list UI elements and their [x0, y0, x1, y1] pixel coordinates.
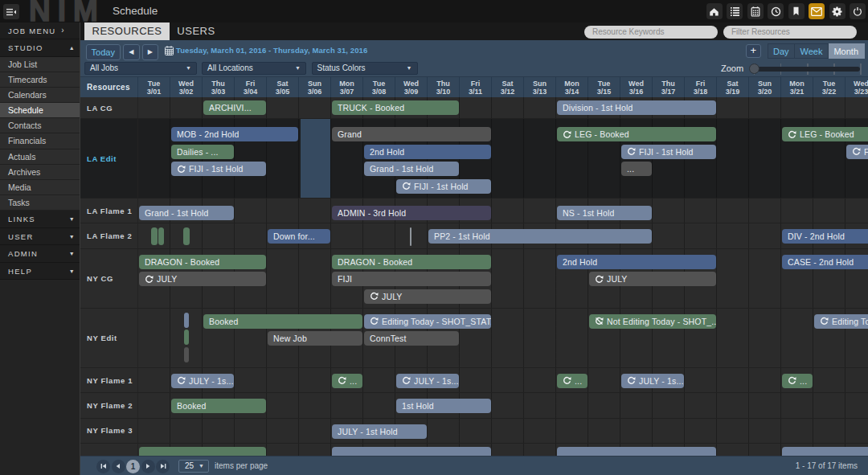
next-page-button[interactable] — [141, 460, 155, 473]
schedule-event[interactable]: Division - 1st Hold — [557, 100, 716, 115]
sidebar-item-archives[interactable]: Archives — [0, 165, 80, 180]
schedule-event[interactable]: Booked — [171, 399, 266, 413]
schedule-event[interactable]: Dailies - ... — [171, 145, 234, 159]
clock-button[interactable] — [768, 3, 784, 19]
schedule-event[interactable]: Booked — [203, 314, 362, 329]
schedule-event[interactable]: DRAGON - Booked — [332, 255, 491, 269]
schedule-event[interactable]: ADMIN - 3rd Hold — [332, 206, 491, 220]
resource-row-cells[interactable] — [138, 444, 868, 456]
schedule-event[interactable]: JULY - 1st Hold — [332, 424, 427, 439]
zoom-slider-thumb[interactable] — [749, 63, 760, 74]
tab-users[interactable]: USERS — [170, 23, 223, 40]
bookmark-button[interactable] — [788, 3, 805, 19]
schedule-event[interactable]: MOB - 2nd Hold — [171, 127, 298, 141]
schedule-event[interactable]: FIJI - 1st Hold — [396, 179, 491, 194]
schedule-event[interactable]: Grand - 1st Hold — [139, 206, 234, 220]
resource-row-cells[interactable]: JULY - 1st Hold — [138, 419, 868, 444]
schedule-event[interactable]: FIJI - 1st Hold — [846, 145, 868, 159]
sidebar-section-studio[interactable]: STUDIO▲ — [0, 39, 80, 57]
sidebar-item-contacts[interactable]: Contacts — [0, 118, 80, 133]
schedule-event[interactable]: Editing Today - SHOT_STAT... — [364, 314, 491, 329]
schedule-event[interactable]: ... — [557, 374, 588, 388]
schedule-event[interactable]: ConnTest — [364, 331, 459, 346]
schedule-event[interactable]: DRAGON - Booked — [139, 255, 266, 269]
current-page-button[interactable]: 1 — [126, 460, 140, 473]
resource-row-cells[interactable]: ARCHIVI...TRUCK - BookedDivision - 1st H… — [138, 97, 868, 118]
schedule-event[interactable]: Grand - 1st Hold — [364, 162, 459, 176]
jobs-dropdown[interactable]: All Jobs ▼ — [84, 62, 197, 75]
schedule-event[interactable]: DIV - 2nd Hold — [782, 229, 868, 244]
home-button[interactable] — [706, 3, 723, 19]
schedule-event[interactable]: NS - 1st Hold — [557, 206, 652, 220]
date-range-label[interactable]: Tuesday, March 01, 2016 - Thursday, Marc… — [176, 40, 367, 60]
filter-input[interactable] — [723, 26, 857, 39]
schedule-event[interactable]: FIJI - 1st Hold — [621, 145, 716, 159]
schedule-event[interactable] — [332, 447, 491, 456]
collapse-menu-button[interactable] — [3, 4, 19, 19]
schedule-event[interactable]: CASE - 2nd Hold — [782, 255, 868, 269]
sidebar-item-tasks[interactable]: Tasks — [0, 195, 80, 211]
resource-name[interactable]: NY CG — [80, 249, 138, 308]
view-month-button[interactable]: Month — [829, 43, 865, 59]
resource-row-cells[interactable]: Booked1st Hold — [138, 393, 868, 418]
schedule-event[interactable]: Grand — [332, 127, 491, 141]
schedule-event-marker[interactable] — [410, 227, 411, 246]
prev-button[interactable]: ◀ — [123, 44, 140, 60]
sidebar-item-job-list[interactable]: Job List — [0, 57, 80, 72]
schedule-event[interactable]: FIJI - 1st Hold — [171, 162, 266, 176]
schedule-event[interactable]: LEG - Booked — [782, 127, 868, 141]
schedule-event-pill[interactable] — [183, 227, 190, 245]
schedule-event[interactable]: JULY — [589, 272, 716, 286]
resource-row-cells[interactable]: BookedEditing Today - SHOT_STAT...Not Ed… — [138, 309, 868, 368]
add-event-button[interactable]: + — [746, 44, 762, 58]
schedule-event[interactable]: JULY — [139, 272, 266, 286]
last-page-button[interactable] — [156, 460, 170, 473]
resource-name[interactable]: LA Flame 1 — [80, 199, 138, 223]
sidebar-item-schedule[interactable]: Schedule — [0, 103, 80, 118]
schedule-event[interactable]: Down for... — [268, 229, 330, 244]
schedule-event[interactable]: ... — [782, 374, 813, 388]
resource-row-cells[interactable]: DRAGON - BookedDRAGON - Booked2nd HoldCA… — [138, 249, 868, 308]
schedule-event[interactable]: Editing Today - SHOT_STAT... — [814, 314, 868, 329]
sidebar-item-actuals[interactable]: Actuals — [0, 149, 80, 165]
calendar-button[interactable] — [747, 3, 764, 19]
resource-row-cells[interactable]: Grand - 1st HoldADMIN - 3rd HoldNS - 1st… — [138, 199, 868, 223]
schedule-event-pill[interactable] — [184, 347, 189, 362]
next-button[interactable]: ▶ — [142, 44, 159, 60]
schedule-event[interactable] — [139, 447, 266, 456]
schedule-event[interactable]: TRUCK - Booked — [332, 100, 459, 115]
schedule-event-pill[interactable] — [184, 313, 189, 328]
view-day-button[interactable]: Day — [768, 43, 796, 59]
locations-dropdown[interactable]: All Locations ▼ — [202, 62, 306, 75]
schedule-event[interactable]: JULY - 1s... — [621, 374, 684, 388]
sidebar-section-user[interactable]: USER▼ — [0, 228, 80, 246]
sidebar-item-timecards[interactable]: Timecards — [0, 72, 80, 88]
status-colors-dropdown[interactable]: Status Colors ▼ — [312, 62, 418, 75]
tab-resources[interactable]: RESOURCES — [84, 23, 170, 40]
sidebar-section-admin[interactable]: ADMIN▼ — [0, 245, 80, 263]
gear-button[interactable] — [829, 3, 845, 19]
schedule-event[interactable] — [557, 447, 716, 456]
sidebar-item-financials[interactable]: Financials — [0, 133, 80, 149]
resource-name[interactable]: NY Flame 2 — [80, 393, 138, 418]
page-size-select[interactable]: 25 ▼ — [178, 460, 209, 473]
resource-name[interactable]: NY Edit — [80, 309, 138, 368]
resource-row-cells[interactable]: Down for...PP2 - 1st HoldDIV - 2nd Hold — [138, 223, 868, 248]
schedule-event-pill[interactable] — [184, 330, 189, 345]
resource-name[interactable]: NY Flame 1 — [80, 368, 138, 392]
schedule-event[interactable]: 2nd Hold — [557, 255, 716, 269]
mail-button[interactable] — [809, 3, 825, 19]
resource-name[interactable]: LA Edit — [80, 119, 138, 198]
resource-name[interactable]: LA Flame 2 — [80, 223, 138, 248]
sidebar-item-media[interactable]: Media — [0, 180, 80, 195]
sidebar-section-job-menu[interactable]: JOB MENU› — [0, 23, 80, 39]
schedule-event[interactable]: 2nd Hold — [364, 145, 491, 159]
sidebar-section-links[interactable]: LINKS▼ — [0, 211, 80, 228]
sidebar-item-calendars[interactable]: Calendars — [0, 88, 80, 103]
sidebar-section-help[interactable]: HELP▼ — [0, 263, 80, 280]
schedule-event[interactable] — [782, 447, 868, 456]
selected-day-cell[interactable] — [301, 119, 330, 198]
resource-name[interactable] — [80, 444, 138, 456]
schedule-event[interactable]: JULY - 1s... — [396, 374, 459, 388]
resource-name[interactable]: NY Flame 3 — [80, 419, 138, 444]
